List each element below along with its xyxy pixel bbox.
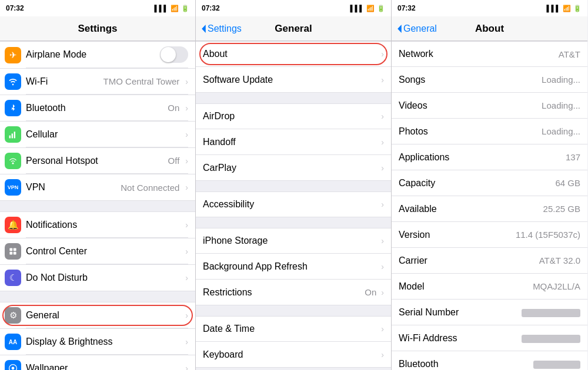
- datetime-label: Date & Time: [203, 324, 255, 334]
- songs-value: Loading...: [542, 75, 580, 85]
- section-datetime: Date & Time › Keyboard ›: [196, 316, 391, 368]
- svg-rect-0: [9, 136, 11, 139]
- donotdisturb-content: Do Not Disturb ›: [26, 265, 188, 291]
- airplane-content: Airplane Mode: [26, 42, 188, 68]
- bluetooth-icon: [5, 100, 21, 116]
- row-wifi[interactable]: Wi-Fi TMO Central Tower ›: [0, 69, 195, 95]
- wifiaddress-value: [522, 333, 580, 343]
- row-carplay[interactable]: CarPlay ›: [196, 155, 391, 181]
- wifi-right: TMO Central Tower ›: [103, 76, 188, 86]
- iphonestorage-chevron: ›: [381, 236, 384, 245]
- datetime-chevron: ›: [381, 324, 384, 334]
- about-list[interactable]: Network AT&T Songs Loading... Videos Loa…: [392, 41, 587, 370]
- airplane-icon: ✈: [5, 47, 21, 63]
- signal-icon-3: ▌▌▌: [547, 5, 560, 12]
- wallpaper-icon: [5, 360, 21, 370]
- row-backgroundrefresh[interactable]: Background App Refresh ›: [196, 254, 391, 280]
- airplane-toggle[interactable]: [160, 46, 188, 63]
- row-restrictions[interactable]: Restrictions On ›: [196, 280, 391, 305]
- general-list[interactable]: About › Software Update › AirDrop ›: [196, 41, 391, 370]
- section-system: 🔔 Notifications › Control Center: [0, 211, 195, 291]
- controlcenter-right: ›: [183, 247, 188, 256]
- iphonestorage-label: iPhone Storage: [203, 236, 268, 246]
- row-bluetooth-about: Bluetooth: [392, 351, 587, 370]
- restrictions-value: On: [365, 287, 376, 297]
- status-bar-2: 07:32 ▌▌▌ 📶 🔋: [196, 0, 391, 16]
- general-panel: 07:32 ▌▌▌ 📶 🔋 Settings General About › S…: [196, 0, 392, 370]
- network-value: AT&T: [559, 49, 580, 59]
- cellular-right: ›: [183, 130, 188, 139]
- row-donotdisturb[interactable]: ☾ Do Not Disturb ›: [0, 265, 195, 291]
- row-datetime[interactable]: Date & Time ›: [196, 316, 391, 342]
- status-icons-3: ▌▌▌ 📶 🔋: [547, 5, 582, 12]
- donotdisturb-chevron: ›: [185, 273, 188, 282]
- nav-bar-2: Settings General: [196, 16, 391, 41]
- hotspot-icon-wrap: [0, 148, 26, 174]
- airdrop-label: AirDrop: [203, 111, 235, 122]
- airplane-label: Airplane Mode: [26, 49, 86, 60]
- row-airdrop[interactable]: AirDrop ›: [196, 103, 391, 129]
- row-bluetooth[interactable]: Bluetooth On ›: [0, 95, 195, 122]
- row-wifiaddress: Wi-Fi Address: [392, 325, 587, 351]
- controlcenter-icon: [5, 243, 21, 260]
- nav-bar-1: Settings: [0, 16, 195, 41]
- wifi-icon-3: 📶: [563, 5, 571, 12]
- back-button-general[interactable]: Settings: [201, 23, 242, 34]
- row-iphonestorage[interactable]: iPhone Storage ›: [196, 228, 391, 254]
- status-bar-1: 07:32 ▌▌▌ 📶 🔋: [0, 0, 195, 16]
- accessibility-right: ›: [379, 200, 384, 209]
- vpn-value: Not Connected: [121, 183, 179, 193]
- network-label: Network: [399, 49, 433, 59]
- display-chevron: ›: [185, 337, 188, 347]
- softwareupdate-chevron: ›: [381, 75, 384, 85]
- row-notifications[interactable]: 🔔 Notifications ›: [0, 211, 195, 238]
- row-keyboard[interactable]: Keyboard ›: [196, 342, 391, 368]
- time-1: 07:32: [6, 4, 24, 12]
- accessibility-label: Accessibility: [203, 199, 254, 210]
- handoff-label: Handoff: [203, 137, 236, 147]
- airdrop-right: ›: [379, 112, 384, 121]
- battery-icon-2: 🔋: [377, 5, 385, 12]
- softwareupdate-right: ›: [379, 75, 384, 85]
- row-wallpaper[interactable]: Wallpaper ›: [0, 355, 195, 370]
- model-label: Model: [399, 281, 425, 292]
- display-icon: AA: [5, 334, 21, 350]
- carplay-label: CarPlay: [203, 163, 236, 173]
- vpn-label: VPN: [26, 182, 45, 193]
- vpn-chevron: ›: [185, 183, 188, 192]
- row-handoff[interactable]: Handoff ›: [196, 129, 391, 155]
- row-hotspot[interactable]: Personal Hotspot Off ›: [0, 148, 195, 174]
- svg-rect-4: [9, 248, 12, 251]
- row-display[interactable]: AA Display & Brightness ›: [0, 329, 195, 355]
- back-button-about[interactable]: General: [396, 23, 437, 34]
- wifi-chevron: ›: [185, 77, 188, 86]
- donotdisturb-label: Do Not Disturb: [26, 273, 88, 283]
- row-network: Network AT&T: [392, 41, 587, 67]
- controlcenter-content: Control Center ›: [26, 238, 188, 264]
- hotspot-value: Off: [168, 156, 180, 166]
- donotdisturb-icon: ☾: [5, 270, 21, 286]
- svg-rect-6: [9, 252, 12, 255]
- donotdisturb-icon-wrap: ☾: [0, 265, 26, 291]
- general-label: General: [26, 310, 59, 321]
- time-3: 07:32: [397, 4, 416, 12]
- row-about[interactable]: About ›: [196, 41, 391, 67]
- notifications-content: Notifications ›: [26, 212, 188, 238]
- carrier-label: Carrier: [399, 255, 427, 266]
- display-icon-wrap: AA: [0, 329, 26, 355]
- row-softwareupdate[interactable]: Software Update ›: [196, 67, 391, 93]
- carplay-chevron: ›: [381, 163, 384, 173]
- row-controlcenter[interactable]: Control Center ›: [0, 238, 195, 265]
- wallpaper-icon-wrap: [0, 355, 26, 370]
- row-accessibility[interactable]: Accessibility ›: [196, 191, 391, 217]
- nav-bar-3: General About: [392, 16, 587, 41]
- settings-list[interactable]: ✈ Airplane Mode: [0, 41, 195, 370]
- row-airplane[interactable]: ✈ Airplane Mode: [0, 41, 195, 69]
- bluetooth-about-label: Bluetooth: [399, 359, 439, 369]
- row-vpn[interactable]: VPN VPN Not Connected ›: [0, 174, 195, 201]
- wifi-icon-2: 📶: [366, 5, 375, 12]
- row-cellular[interactable]: Cellular ›: [0, 122, 195, 148]
- row-general[interactable]: ⚙ General ›: [0, 302, 195, 329]
- bluetooth-content: Bluetooth On ›: [26, 95, 188, 121]
- wifi-content: Wi-Fi TMO Central Tower ›: [26, 69, 188, 95]
